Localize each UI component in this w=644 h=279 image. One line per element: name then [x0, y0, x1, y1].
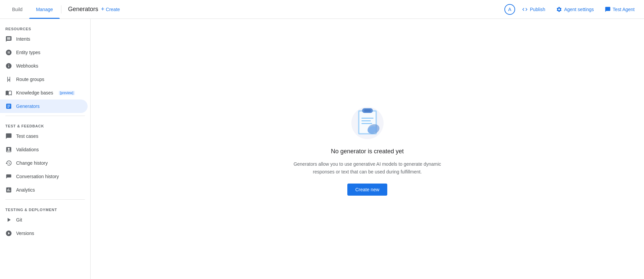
conversation-icon [5, 173, 12, 180]
sidebar-item-webhooks-label: Webhooks [16, 63, 38, 69]
agent-settings-button[interactable]: Agent settings [552, 4, 598, 14]
sidebar-item-route-groups-label: Route groups [16, 77, 44, 82]
sidebar-item-webhooks[interactable]: Webhooks [0, 59, 88, 73]
sidebar-item-change-history[interactable]: Change history [0, 156, 88, 170]
sidebar-item-knowledge-bases-label: Knowledge bases [16, 90, 53, 95]
sidebar-item-intents[interactable]: Intents [0, 32, 88, 46]
svg-rect-6 [361, 120, 371, 121]
svg-rect-7 [361, 123, 372, 124]
sidebar-item-git-label: Git [16, 217, 22, 223]
chat-icon [5, 36, 12, 42]
empty-title: No generator is created yet [331, 148, 404, 155]
publish-button[interactable]: Publish [518, 4, 549, 14]
preview-badge: [preview] [59, 91, 75, 95]
sidebar-item-git[interactable]: Git [0, 213, 88, 227]
versions-icon [5, 230, 12, 237]
sidebar-item-versions[interactable]: Versions [0, 227, 88, 240]
sidebar-item-conversation-history-label: Conversation history [16, 174, 59, 179]
sidebar-item-validations-label: Validations [16, 147, 39, 152]
sidebar-item-route-groups[interactable]: Route groups [0, 73, 88, 86]
route-icon [5, 76, 12, 83]
topbar-right: A Publish Agent settings Test Agent [504, 4, 639, 15]
webhook-icon [5, 63, 12, 69]
plus-icon: + [101, 6, 105, 13]
tab-build[interactable]: Build [5, 0, 29, 19]
section-test-feedback-label: TEST & FEEDBACK [0, 119, 90, 129]
sidebar-item-generators[interactable]: Generators [0, 99, 88, 113]
validations-icon [5, 146, 12, 153]
page-title-area: Generators + Create [68, 6, 120, 13]
section-resources-label: RESOURCES [0, 22, 90, 32]
test-agent-button[interactable]: Test Agent [601, 4, 639, 14]
topbar-divider [61, 5, 61, 13]
create-link[interactable]: + Create [101, 6, 120, 13]
sidebar-item-versions-label: Versions [16, 231, 34, 236]
chat-bubble-icon [605, 6, 611, 12]
sidebar-item-conversation-history[interactable]: Conversation history [0, 170, 88, 183]
divider-2 [5, 199, 85, 200]
knowledge-icon [5, 89, 12, 96]
content-area: No generator is created yet Generators a… [91, 19, 644, 279]
sidebar-item-entity-types-label: Entity types [16, 50, 40, 55]
sidebar-item-generators-label: Generators [16, 104, 40, 109]
section-deployment-label: TESTING & DEPLOYMENT [0, 202, 90, 213]
history-icon [5, 160, 12, 166]
sidebar-item-analytics[interactable]: Analytics [0, 183, 88, 197]
analytics-icon [5, 187, 12, 193]
publish-icon [522, 6, 528, 12]
sidebar-item-entity-types[interactable]: Entity types [0, 46, 88, 59]
tab-manage[interactable]: Manage [29, 0, 60, 19]
sidebar-item-knowledge-bases[interactable]: Knowledge bases [preview] [0, 86, 88, 99]
topbar-tabs: Build Manage [5, 0, 60, 19]
main-layout: RESOURCES Intents Entity types Webhooks [0, 19, 644, 279]
entity-icon [5, 49, 12, 56]
empty-state: No generator is created yet Generators a… [287, 102, 448, 196]
git-icon [5, 216, 12, 223]
svg-rect-4 [364, 109, 371, 112]
test-icon [5, 133, 12, 140]
empty-illustration [347, 102, 388, 143]
avatar[interactable]: A [504, 4, 515, 15]
sidebar-item-test-cases-label: Test cases [16, 133, 38, 139]
sidebar-item-change-history-label: Change history [16, 160, 48, 166]
settings-icon [556, 6, 562, 12]
svg-rect-5 [361, 118, 374, 119]
generator-icon [5, 103, 12, 110]
sidebar-item-test-cases[interactable]: Test cases [0, 129, 88, 143]
sidebar-item-intents-label: Intents [16, 36, 30, 42]
empty-desc: Generators allow you to use generative A… [287, 160, 448, 175]
topbar: Build Manage Generators + Create A Publi… [0, 0, 644, 19]
create-new-button[interactable]: Create new [347, 184, 388, 196]
sidebar-item-validations[interactable]: Validations [0, 143, 88, 156]
sidebar: RESOURCES Intents Entity types Webhooks [0, 19, 91, 279]
page-title: Generators [68, 6, 98, 13]
sidebar-item-analytics-label: Analytics [16, 187, 35, 193]
divider-1 [5, 116, 85, 116]
